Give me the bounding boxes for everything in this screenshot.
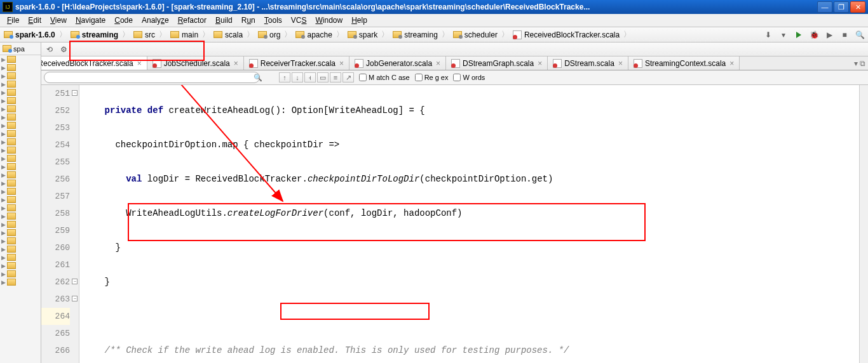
search-everywhere-button[interactable]: 🔍 bbox=[854, 29, 865, 41]
tree-node[interactable]: ▶ bbox=[0, 204, 41, 212]
words-checkbox[interactable]: Words bbox=[453, 74, 485, 81]
menu-view[interactable]: View bbox=[46, 15, 71, 26]
stop-button[interactable]: ■ bbox=[839, 29, 850, 41]
breadcrumb-item[interactable]: spark〉 bbox=[346, 29, 391, 40]
search-input[interactable] bbox=[44, 72, 260, 83]
tree-node[interactable]: ▶ bbox=[0, 253, 41, 261]
tabs-overflow[interactable]: ▾ ⧉ bbox=[851, 56, 868, 70]
tool-button[interactable]: ▭ bbox=[317, 72, 329, 82]
tree-node[interactable]: ▶ bbox=[0, 55, 41, 63]
breadcrumb-item[interactable]: org〉 bbox=[257, 29, 294, 40]
regex-checkbox[interactable]: Regex bbox=[415, 74, 449, 81]
breadcrumb-item[interactable]: streaming〉 bbox=[69, 29, 132, 40]
editor-tab[interactable]: DStreamGraph.scala× bbox=[446, 56, 548, 70]
tree-node[interactable]: ▶ bbox=[0, 228, 41, 237]
run-button[interactable] bbox=[793, 29, 804, 41]
debug-button[interactable]: 🐞 bbox=[808, 29, 820, 41]
tool-button[interactable]: ≡ bbox=[330, 72, 341, 82]
close-tab-icon[interactable]: × bbox=[234, 59, 238, 68]
tree-node[interactable]: ▶ bbox=[0, 121, 41, 129]
tree-node[interactable]: ▶ bbox=[0, 138, 41, 146]
tree-node[interactable]: ▶ bbox=[0, 113, 41, 121]
breadcrumb-item[interactable]: scheduler〉 bbox=[452, 29, 512, 40]
menu-analyze[interactable]: Analyze bbox=[137, 15, 173, 26]
tree-node[interactable]: ▶ bbox=[0, 237, 41, 245]
coverage-button[interactable]: ▶ bbox=[824, 29, 835, 41]
menu-file[interactable]: File bbox=[3, 15, 24, 26]
tree-node[interactable]: ▶ bbox=[0, 195, 41, 204]
tree-node[interactable]: ▶ bbox=[0, 187, 41, 195]
breadcrumb-label: apache bbox=[307, 30, 332, 39]
tool-button[interactable]: ⚙ bbox=[58, 44, 69, 55]
code-editor[interactable]: 251 252 253 254 255 256 257 258 259 260 … bbox=[41, 85, 868, 363]
tree-node[interactable]: ▶ bbox=[0, 245, 41, 253]
line-number: 251 bbox=[41, 85, 70, 102]
config-dropdown[interactable]: ▾ bbox=[778, 29, 789, 41]
breadcrumb-item[interactable]: main〉 bbox=[169, 29, 212, 40]
code-area[interactable]: private def createWriteAheadLog(): Optio… bbox=[79, 85, 859, 363]
tree-node[interactable]: ▶ bbox=[0, 63, 41, 72]
menu-code[interactable]: Code bbox=[110, 15, 137, 26]
breadcrumb-item[interactable]: ReceivedBlockTracker.scala〉 bbox=[512, 29, 634, 40]
tree-node[interactable]: ▶ bbox=[0, 154, 41, 162]
make-button[interactable]: ⬇ bbox=[763, 29, 774, 41]
breadcrumb-item[interactable]: streaming〉 bbox=[391, 29, 452, 40]
breadcrumb-item[interactable]: spark-1.6.0〉 bbox=[3, 29, 69, 40]
breadcrumb-item[interactable]: apache〉 bbox=[294, 29, 346, 40]
project-tool-window[interactable]: spa ▶ ▶ ▶ ▶ ▶ ▶ ▶ ▶ ▶ ▶ ▶ ▶ ▶ ▶ ▶ ▶ ▶ ▶ … bbox=[0, 43, 41, 363]
editor-tab[interactable]: ReceiverTracker.scala× bbox=[244, 56, 349, 70]
menu-edit[interactable]: Edit bbox=[24, 15, 46, 26]
tree-node[interactable]: ▶ bbox=[0, 105, 41, 113]
next-match-button[interactable]: ↓ bbox=[292, 72, 303, 82]
editor-tab[interactable]: DStream.scala× bbox=[548, 56, 628, 70]
tree-node[interactable]: ▶ bbox=[0, 96, 41, 105]
menu-build[interactable]: Build bbox=[211, 15, 237, 26]
line-gutter[interactable]: 251 252 253 254 255 256 257 258 259 260 … bbox=[41, 85, 79, 363]
tree-node[interactable]: ▶ bbox=[0, 146, 41, 154]
tree-node[interactable]: ▶ bbox=[0, 278, 41, 286]
tree-node[interactable]: ▶ bbox=[0, 171, 41, 179]
tree-node[interactable]: ▶ bbox=[0, 179, 41, 187]
close-tab-icon[interactable]: × bbox=[137, 59, 142, 68]
menu-tools[interactable]: Tools bbox=[260, 15, 287, 26]
tool-button[interactable]: ⟲ bbox=[44, 44, 55, 55]
minimize-button[interactable]: — bbox=[817, 1, 832, 13]
tree-node[interactable]: ▶ bbox=[0, 80, 41, 88]
line-number: 261 bbox=[41, 256, 70, 274]
fold-marker[interactable]: － bbox=[72, 90, 78, 96]
match-case-checkbox[interactable]: Match Case bbox=[359, 74, 410, 81]
tool-button[interactable]: ⫞ bbox=[304, 72, 316, 82]
menu-run[interactable]: Run bbox=[237, 15, 260, 26]
tool-button[interactable]: ↗ bbox=[342, 72, 354, 82]
menu-navigate[interactable]: Navigate bbox=[71, 15, 110, 26]
tree-node[interactable]: ▶ bbox=[0, 72, 41, 80]
close-tab-icon[interactable]: × bbox=[339, 59, 344, 68]
menu-refactor[interactable]: Refactor bbox=[173, 15, 211, 26]
fold-marker[interactable]: － bbox=[72, 296, 78, 301]
tree-node[interactable]: ▶ bbox=[0, 88, 41, 96]
tree-node[interactable]: ▶ bbox=[0, 212, 41, 220]
menu-vcs[interactable]: VCS bbox=[287, 15, 311, 26]
menu-window[interactable]: Window bbox=[311, 15, 347, 26]
tree-node[interactable]: ▶ bbox=[0, 220, 41, 228]
editor-tab[interactable]: StreamingContext.scala× bbox=[628, 56, 740, 70]
fold-marker[interactable]: － bbox=[72, 279, 78, 284]
maximize-button[interactable]: ❐ bbox=[834, 1, 849, 13]
tree-node[interactable]: ▶ bbox=[0, 261, 41, 270]
prev-match-button[interactable]: ↑ bbox=[279, 72, 290, 82]
close-tab-icon[interactable]: × bbox=[729, 59, 734, 68]
tree-node[interactable]: ▶ bbox=[0, 129, 41, 138]
breadcrumb-item[interactable]: src〉 bbox=[132, 29, 169, 40]
editor-tab[interactable]: JobScheduler.scala× bbox=[147, 56, 244, 70]
menu-help[interactable]: Help bbox=[347, 15, 372, 26]
project-header[interactable]: spa bbox=[0, 43, 41, 55]
error-stripe[interactable] bbox=[859, 85, 868, 363]
breadcrumb-item[interactable]: scala〉 bbox=[212, 29, 257, 40]
close-tab-icon[interactable]: × bbox=[538, 59, 542, 68]
tree-node[interactable]: ▶ bbox=[0, 270, 41, 278]
editor-tab[interactable]: JobGenerator.scala× bbox=[349, 56, 446, 70]
close-tab-icon[interactable]: × bbox=[436, 59, 440, 68]
tree-node[interactable]: ▶ bbox=[0, 162, 41, 171]
close-button[interactable]: ✕ bbox=[850, 1, 865, 13]
close-tab-icon[interactable]: × bbox=[618, 59, 623, 68]
